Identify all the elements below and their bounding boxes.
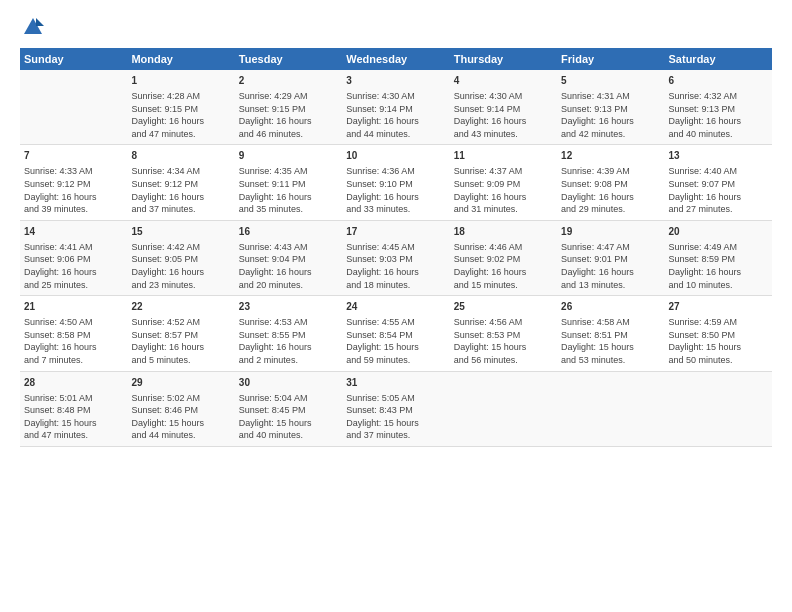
day-info-line: and 33 minutes. bbox=[346, 203, 445, 216]
day-info-line: Daylight: 16 hours bbox=[239, 191, 338, 204]
day-info-line: Daylight: 16 hours bbox=[239, 115, 338, 128]
day-info-line: Sunrise: 4:58 AM bbox=[561, 316, 660, 329]
day-info-line: and 13 minutes. bbox=[561, 279, 660, 292]
day-info-line: Daylight: 15 hours bbox=[24, 417, 123, 430]
col-header-friday: Friday bbox=[557, 48, 664, 70]
calendar-cell: 7Sunrise: 4:33 AMSunset: 9:12 PMDaylight… bbox=[20, 145, 127, 220]
calendar-cell: 4Sunrise: 4:30 AMSunset: 9:14 PMDaylight… bbox=[450, 70, 557, 145]
calendar-cell: 3Sunrise: 4:30 AMSunset: 9:14 PMDaylight… bbox=[342, 70, 449, 145]
day-info-line: Sunrise: 4:46 AM bbox=[454, 241, 553, 254]
day-number: 26 bbox=[561, 300, 660, 314]
calendar-cell: 13Sunrise: 4:40 AMSunset: 9:07 PMDayligh… bbox=[665, 145, 772, 220]
header bbox=[20, 16, 772, 38]
day-info-line: Sunset: 9:02 PM bbox=[454, 253, 553, 266]
day-number: 7 bbox=[24, 149, 123, 163]
calendar-row: 21Sunrise: 4:50 AMSunset: 8:58 PMDayligh… bbox=[20, 296, 772, 371]
day-info-line: Daylight: 15 hours bbox=[454, 341, 553, 354]
day-info-line: Daylight: 16 hours bbox=[131, 191, 230, 204]
day-number: 19 bbox=[561, 225, 660, 239]
col-header-wednesday: Wednesday bbox=[342, 48, 449, 70]
day-number: 23 bbox=[239, 300, 338, 314]
day-info-line: Sunset: 8:57 PM bbox=[131, 329, 230, 342]
day-number: 5 bbox=[561, 74, 660, 88]
day-info-line: Sunrise: 5:05 AM bbox=[346, 392, 445, 405]
day-number: 18 bbox=[454, 225, 553, 239]
day-info-line: Sunrise: 4:41 AM bbox=[24, 241, 123, 254]
day-number: 27 bbox=[669, 300, 768, 314]
day-info-line: Daylight: 15 hours bbox=[346, 341, 445, 354]
day-info-line: and 56 minutes. bbox=[454, 354, 553, 367]
day-info-line: Daylight: 16 hours bbox=[346, 115, 445, 128]
day-number: 6 bbox=[669, 74, 768, 88]
calendar-cell: 12Sunrise: 4:39 AMSunset: 9:08 PMDayligh… bbox=[557, 145, 664, 220]
day-info-line: and 43 minutes. bbox=[454, 128, 553, 141]
day-info-line: Daylight: 15 hours bbox=[131, 417, 230, 430]
day-info-line: and 35 minutes. bbox=[239, 203, 338, 216]
day-info-line: Sunrise: 4:43 AM bbox=[239, 241, 338, 254]
day-info-line: Daylight: 16 hours bbox=[131, 266, 230, 279]
day-info-line: Daylight: 16 hours bbox=[669, 266, 768, 279]
day-info-line: Sunrise: 4:31 AM bbox=[561, 90, 660, 103]
day-number: 28 bbox=[24, 376, 123, 390]
calendar-cell: 6Sunrise: 4:32 AMSunset: 9:13 PMDaylight… bbox=[665, 70, 772, 145]
day-info-line: and 29 minutes. bbox=[561, 203, 660, 216]
day-info-line: Sunrise: 4:34 AM bbox=[131, 165, 230, 178]
day-info-line: Daylight: 16 hours bbox=[24, 341, 123, 354]
day-info-line: Daylight: 16 hours bbox=[561, 266, 660, 279]
day-info-line: Daylight: 16 hours bbox=[454, 266, 553, 279]
day-number: 8 bbox=[131, 149, 230, 163]
day-info-line: Sunset: 9:13 PM bbox=[669, 103, 768, 116]
day-info-line: Daylight: 15 hours bbox=[669, 341, 768, 354]
day-info-line: and 20 minutes. bbox=[239, 279, 338, 292]
day-info-line: Daylight: 16 hours bbox=[131, 115, 230, 128]
day-info-line: Sunrise: 4:45 AM bbox=[346, 241, 445, 254]
col-header-saturday: Saturday bbox=[665, 48, 772, 70]
day-info-line: and 27 minutes. bbox=[669, 203, 768, 216]
calendar-cell: 16Sunrise: 4:43 AMSunset: 9:04 PMDayligh… bbox=[235, 220, 342, 295]
day-info-line: Sunset: 8:46 PM bbox=[131, 404, 230, 417]
day-number: 1 bbox=[131, 74, 230, 88]
calendar-row: 28Sunrise: 5:01 AMSunset: 8:48 PMDayligh… bbox=[20, 371, 772, 446]
col-header-monday: Monday bbox=[127, 48, 234, 70]
day-info-line: Daylight: 16 hours bbox=[561, 115, 660, 128]
day-number: 12 bbox=[561, 149, 660, 163]
day-info-line: and 47 minutes. bbox=[131, 128, 230, 141]
day-info-line: and 59 minutes. bbox=[346, 354, 445, 367]
day-info-line: Sunrise: 4:53 AM bbox=[239, 316, 338, 329]
calendar-cell bbox=[557, 371, 664, 446]
day-number: 31 bbox=[346, 376, 445, 390]
day-info-line: Sunset: 9:12 PM bbox=[131, 178, 230, 191]
calendar-cell: 27Sunrise: 4:59 AMSunset: 8:50 PMDayligh… bbox=[665, 296, 772, 371]
day-info-line: Sunrise: 4:49 AM bbox=[669, 241, 768, 254]
day-info-line: Daylight: 16 hours bbox=[131, 341, 230, 354]
day-number: 16 bbox=[239, 225, 338, 239]
day-info-line: and 50 minutes. bbox=[669, 354, 768, 367]
day-info-line: Daylight: 16 hours bbox=[239, 341, 338, 354]
day-number: 29 bbox=[131, 376, 230, 390]
svg-marker-1 bbox=[36, 18, 44, 26]
day-info-line: Sunset: 8:45 PM bbox=[239, 404, 338, 417]
calendar-cell: 22Sunrise: 4:52 AMSunset: 8:57 PMDayligh… bbox=[127, 296, 234, 371]
day-info-line: Sunset: 9:09 PM bbox=[454, 178, 553, 191]
day-number: 14 bbox=[24, 225, 123, 239]
day-number: 11 bbox=[454, 149, 553, 163]
day-info-line: Sunset: 9:14 PM bbox=[454, 103, 553, 116]
col-header-tuesday: Tuesday bbox=[235, 48, 342, 70]
calendar-cell: 25Sunrise: 4:56 AMSunset: 8:53 PMDayligh… bbox=[450, 296, 557, 371]
day-info-line: and 44 minutes. bbox=[131, 429, 230, 442]
day-info-line: Daylight: 16 hours bbox=[561, 191, 660, 204]
day-number: 2 bbox=[239, 74, 338, 88]
header-row: SundayMondayTuesdayWednesdayThursdayFrid… bbox=[20, 48, 772, 70]
day-info-line: Daylight: 16 hours bbox=[24, 266, 123, 279]
page: SundayMondayTuesdayWednesdayThursdayFrid… bbox=[0, 0, 792, 612]
calendar-cell: 28Sunrise: 5:01 AMSunset: 8:48 PMDayligh… bbox=[20, 371, 127, 446]
day-info-line: Daylight: 16 hours bbox=[346, 266, 445, 279]
day-info-line: Sunrise: 4:30 AM bbox=[454, 90, 553, 103]
day-info-line: and 23 minutes. bbox=[131, 279, 230, 292]
day-info-line: Daylight: 16 hours bbox=[24, 191, 123, 204]
day-info-line: and 42 minutes. bbox=[561, 128, 660, 141]
day-info-line: and 5 minutes. bbox=[131, 354, 230, 367]
day-info-line: Sunset: 8:54 PM bbox=[346, 329, 445, 342]
day-info-line: Sunset: 9:04 PM bbox=[239, 253, 338, 266]
calendar-cell: 9Sunrise: 4:35 AMSunset: 9:11 PMDaylight… bbox=[235, 145, 342, 220]
